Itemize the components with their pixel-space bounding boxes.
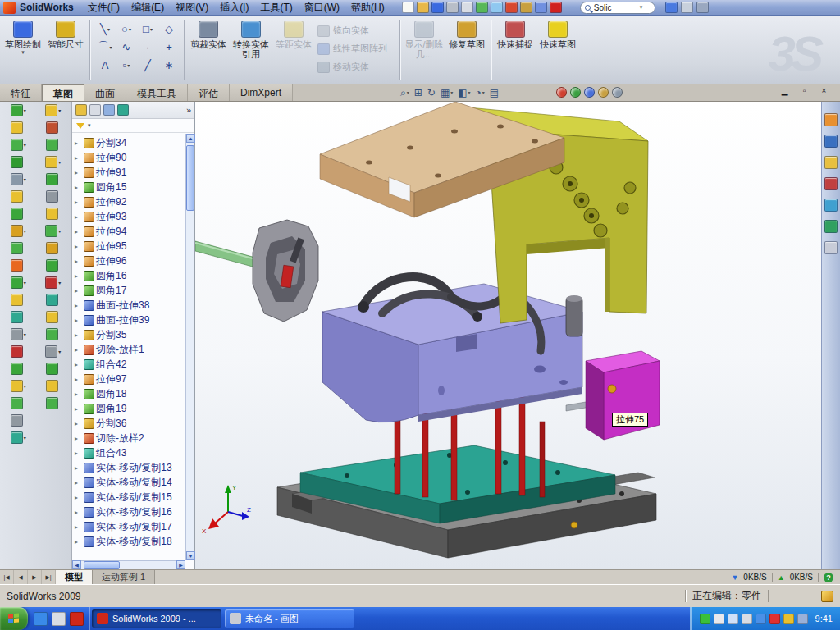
next-tab-button[interactable]: ▶ [28, 570, 42, 584]
search-input[interactable] [594, 3, 637, 12]
show-desktop-icon[interactable] [52, 612, 66, 626]
tab-evaluate[interactable]: 评估 [188, 84, 230, 101]
expand-arrow-icon[interactable]: ▸ [75, 302, 82, 309]
flyout-arrow-icon[interactable]: ▾ [24, 142, 26, 148]
left-toolbar-button[interactable]: ▾ [45, 156, 61, 168]
dimxpertmanager-tab-icon[interactable] [117, 104, 129, 116]
configurationmanager-tab-icon[interactable] [103, 104, 115, 116]
tree-horizontal-scrollbar[interactable]: ◀ ▶ [72, 560, 185, 569]
left-toolbar-button[interactable] [11, 397, 25, 409]
tree-vertical-scrollbar[interactable]: ▲ ▼ [185, 134, 194, 560]
section-view-icon[interactable]: ▤ [490, 88, 499, 98]
dropdown-arrow-icon[interactable]: ▾ [21, 49, 25, 55]
left-toolbar-button[interactable] [46, 242, 61, 254]
design-library-icon[interactable] [824, 135, 838, 148]
point-icon[interactable]: · [137, 38, 158, 56]
part-gripper[interactable] [253, 220, 318, 322]
expand-arrow-icon[interactable]: ▸ [75, 435, 82, 442]
left-toolbar-button[interactable] [11, 259, 25, 272]
tree-item[interactable]: ▸拉伸94 [75, 224, 185, 239]
expand-arrow-icon[interactable]: ▸ [75, 228, 82, 235]
centerline-icon[interactable]: + [158, 38, 180, 56]
menu-tools[interactable]: 工具(T) [254, 0, 298, 16]
rectangle-icon[interactable]: □▾ [137, 20, 158, 38]
convert-entities-button[interactable]: 转换实体引用 [230, 19, 272, 59]
doctab-motion-study-1[interactable]: 运动算例 1 [93, 570, 155, 584]
view-palette-icon[interactable] [824, 177, 838, 190]
tree-item[interactable]: ▸分割35 [75, 327, 185, 342]
graphics-viewport[interactable]: Y X Z 拉伸75 [195, 102, 821, 569]
scroll-down-button[interactable]: ▼ [186, 551, 195, 560]
rotate-view-icon[interactable]: ↻ [427, 88, 436, 98]
left-toolbar-button[interactable]: ▾ [45, 276, 61, 289]
left-toolbar-button[interactable] [46, 190, 61, 203]
prev-tab-button[interactable]: ◀ [14, 570, 28, 584]
tree-item[interactable]: ▸圆角16 [75, 268, 185, 283]
tree-item[interactable]: ▸实体-移动/复制17 [75, 519, 185, 534]
minimize-button[interactable]: ▁ [778, 85, 791, 97]
left-toolbar-button[interactable] [11, 242, 25, 254]
arc-icon[interactable]: ⌒▾ [94, 38, 116, 56]
left-toolbar-button[interactable] [46, 139, 61, 151]
close-button[interactable]: × [818, 85, 830, 97]
left-toolbar-button[interactable] [46, 363, 61, 375]
expand-arrow-icon[interactable]: ▸ [75, 479, 82, 486]
left-toolbar-button[interactable] [11, 294, 25, 306]
new-document-icon[interactable] [402, 2, 414, 13]
tree-item[interactable]: ▸曲面-拉伸39 [75, 313, 185, 327]
expand-arrow-icon[interactable]: ▸ [75, 450, 82, 457]
expand-arrow-icon[interactable]: ▸ [75, 523, 82, 531]
search-box[interactable]: ▾ [580, 2, 655, 14]
model-3d-view[interactable]: Y X Z [195, 102, 821, 569]
expand-arrow-icon[interactable]: ▸ [75, 169, 82, 176]
tree-item[interactable]: ▸圆角19 [75, 401, 185, 416]
expand-arrow-icon[interactable]: ▸ [75, 331, 82, 339]
keyboard-icon[interactable] [728, 614, 738, 624]
left-toolbar-button[interactable] [11, 190, 25, 203]
network-icon[interactable] [756, 614, 766, 624]
left-toolbar-button[interactable] [46, 311, 61, 323]
scenes-icon[interactable] [824, 220, 838, 233]
first-tab-button[interactable]: |◀ [0, 570, 14, 584]
menu-help[interactable]: 帮助(H) [345, 0, 390, 16]
left-toolbar-button[interactable]: ▾ [11, 328, 26, 340]
expand-arrow-icon[interactable]: ▸ [75, 154, 82, 162]
print-icon[interactable] [446, 2, 459, 13]
tree-item[interactable]: ▸圆角17 [75, 283, 185, 298]
flyout-arrow-icon[interactable]: ▾ [24, 331, 26, 337]
tree-item[interactable]: ▸拉伸97 [75, 372, 185, 386]
tree-item[interactable]: ▸拉伸90 [75, 150, 185, 165]
expand-arrow-icon[interactable]: ▸ [75, 346, 82, 354]
dowel-pin[interactable] [571, 522, 578, 528]
file-explorer-icon[interactable] [824, 156, 838, 169]
menu-window[interactable]: 窗口(W) [299, 0, 345, 16]
left-toolbar-button[interactable] [46, 294, 61, 306]
taskbar-clock[interactable]: 9:41 [815, 614, 833, 623]
expand-arrow-icon[interactable]: ▸ [75, 464, 82, 472]
expand-arrow-icon[interactable]: ▸ [75, 258, 82, 265]
left-toolbar-button[interactable]: ▾ [11, 380, 26, 392]
save-icon[interactable] [431, 2, 444, 13]
slot-icon[interactable]: ▫▾ [116, 56, 137, 74]
restore-button[interactable]: ▫ [798, 85, 810, 97]
flyout-arrow-icon[interactable]: ▾ [58, 280, 61, 285]
smart-dimension-button[interactable]: 智能尺寸 [44, 19, 87, 55]
zoom-fit-icon[interactable]: ⌕▾ [400, 88, 409, 98]
expand-arrow-icon[interactable]: ▸ [75, 213, 82, 221]
polygon-icon[interactable]: ◇ [158, 20, 180, 38]
left-toolbar-button[interactable]: ▾ [45, 345, 61, 358]
expand-arrow-icon[interactable]: ▸ [75, 272, 82, 280]
search-dropdown-icon[interactable]: ▾ [640, 4, 643, 11]
zoom-area-icon[interactable]: ⊞ [414, 88, 422, 98]
open-folder-icon[interactable] [417, 2, 429, 13]
left-toolbar-button[interactable] [46, 380, 61, 392]
scene-sphere-icon[interactable] [584, 87, 595, 98]
left-toolbar-button[interactable]: ▾ [45, 225, 61, 237]
left-toolbar-button[interactable] [46, 208, 61, 220]
palette-icon[interactable] [598, 87, 609, 98]
appearance-icon[interactable] [535, 2, 547, 13]
tree-item[interactable]: ▸切除-放样2 [75, 431, 185, 445]
tab-mold-tools[interactable]: 模具工具 [126, 84, 188, 101]
language-icon[interactable] [714, 614, 724, 624]
scroll-thumb[interactable] [186, 145, 194, 211]
